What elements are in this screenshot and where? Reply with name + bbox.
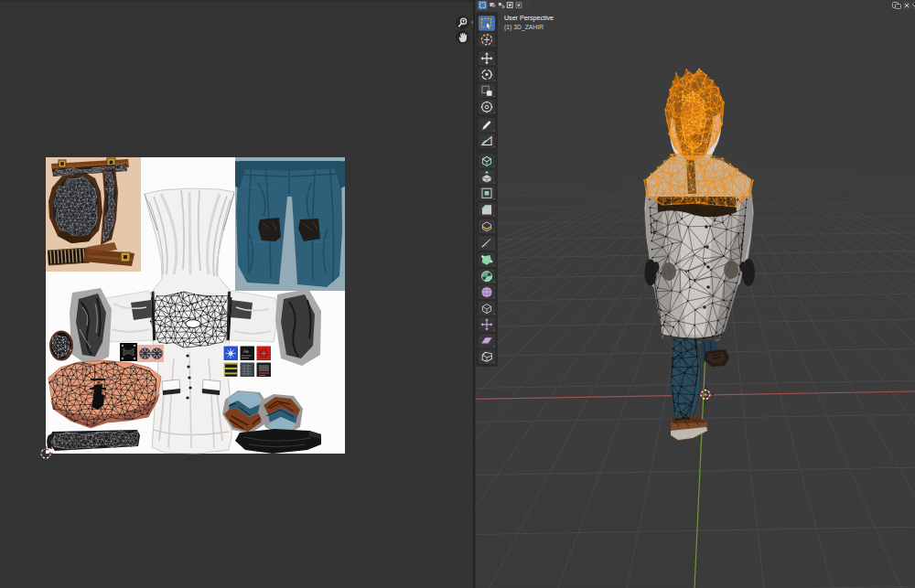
svg-text:(1) 3D_ZAHIR: (1) 3D_ZAHIR (504, 24, 544, 31)
svg-text:Aa: Aa (243, 349, 249, 354)
svg-text:User Perspective: User Perspective (504, 15, 554, 22)
